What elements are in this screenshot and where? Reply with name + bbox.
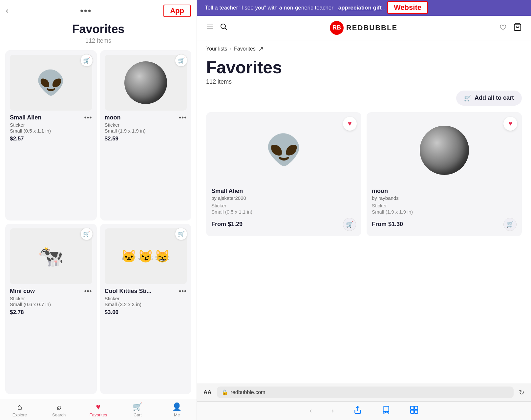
profile-icon: 👤 xyxy=(172,402,182,411)
website-panel: Website Tell a teacher "I see you" with … xyxy=(197,0,531,420)
favorites-title: Favorites xyxy=(197,54,531,78)
web-products-grid: ♥ 👽 Small Alien by ajskater2020 Sticker … xyxy=(197,112,531,236)
item-menu-button[interactable]: ••• xyxy=(84,287,92,295)
add-all-label: Add all to cart xyxy=(475,94,514,101)
app-product-grid: 🛒 👽 Small Alien ••• Sticker Small (0.5 x… xyxy=(0,46,197,399)
product-title-row: Small Alien ••• xyxy=(10,114,92,121)
nav-favorites[interactable]: ♥ Favorites xyxy=(79,402,118,417)
favorite-button[interactable]: ♥ xyxy=(503,117,517,131)
product-title-row: moon ••• xyxy=(105,114,187,121)
breadcrumb-parent[interactable]: Your lists xyxy=(206,46,227,52)
cats-sticker-image: 🐱 😼 😸 xyxy=(121,249,170,263)
add-to-cart-button[interactable]: 🛒 xyxy=(80,54,93,67)
product-title-row: Mini cow ••• xyxy=(10,287,92,295)
redbubble-logo: RB REDBUBBLE xyxy=(234,21,494,35)
cow-sticker-image: 🐄 xyxy=(38,244,64,269)
item-menu-button[interactable]: ••• xyxy=(84,114,92,121)
cart-icon[interactable] xyxy=(513,23,522,33)
add-to-cart-button[interactable]: 🛒 xyxy=(175,228,187,240)
product-price: From $1.29 xyxy=(211,221,243,228)
browser-forward-button[interactable]: › xyxy=(331,407,334,415)
product-image: 👽 xyxy=(211,117,356,183)
app-bottom-nav: ⌂ Explore ⌕ Search ♥ Favorites 🛒 Cart 👤 … xyxy=(0,399,197,420)
url-bar[interactable]: 🔒 redbubble.com xyxy=(217,387,514,398)
product-name: Small Alien xyxy=(10,114,41,121)
add-to-cart-button[interactable]: 🛒 xyxy=(343,218,356,231)
nav-search[interactable]: ⌕ Search xyxy=(39,402,79,417)
product-size: Small (3.2 x 3 in) xyxy=(105,302,187,307)
website-label-box: Website xyxy=(387,1,428,14)
item-menu-button[interactable]: ••• xyxy=(179,287,187,295)
nav-me[interactable]: 👤 Me xyxy=(157,402,197,417)
product-image: 🐄 xyxy=(10,228,92,284)
app-label-box: App xyxy=(163,5,191,17)
header-right-actions: ♡ xyxy=(499,23,522,33)
app-item-count: 112 Items xyxy=(0,37,197,44)
product-name: Small Alien xyxy=(211,188,356,195)
rb-logo-text: REDBUBBLE xyxy=(346,24,397,32)
product-name: moon xyxy=(372,188,517,195)
product-image xyxy=(372,117,517,183)
product-author: by raybands xyxy=(372,195,517,201)
product-size: Small (1.9 x 1.9 in) xyxy=(372,209,517,215)
cart-icon: 🛒 xyxy=(133,402,142,411)
add-all-to-cart-container: 🛒 Add all to cart xyxy=(456,91,522,106)
url-text: redbubble.com xyxy=(231,389,266,395)
product-price: $2.57 xyxy=(10,136,92,142)
app-product-item: 🛒 👽 Small Alien ••• Sticker Small (0.5 x… xyxy=(5,50,97,220)
back-button[interactable]: ‹ xyxy=(6,7,8,15)
app-top-bar: ‹ ••• App xyxy=(0,0,197,20)
product-size: Small (0.5 x 1.1 in) xyxy=(10,128,92,134)
browser-bottom-nav: ‹ › xyxy=(197,401,531,420)
favorites-count: 112 items xyxy=(197,78,531,91)
web-product-item: ♥ 👽 Small Alien by ajskater2020 Sticker … xyxy=(206,112,361,236)
search-icon[interactable] xyxy=(220,23,228,33)
font-size-control[interactable]: AA xyxy=(203,389,212,396)
product-image: 🐱 😼 😸 xyxy=(105,228,187,284)
product-price: $2.59 xyxy=(105,136,187,142)
item-menu-button[interactable]: ••• xyxy=(179,114,187,121)
product-type: Sticker xyxy=(105,122,187,128)
moon-image xyxy=(420,126,469,175)
product-price-row: From $1.29 🛒 xyxy=(211,218,356,231)
hamburger-menu-icon[interactable] xyxy=(206,23,214,33)
tabs-button[interactable] xyxy=(410,406,418,416)
bookmarks-button[interactable] xyxy=(382,406,390,416)
svg-point-3 xyxy=(221,24,225,29)
product-type: Sticker xyxy=(10,122,92,128)
explore-icon: ⌂ xyxy=(17,402,22,411)
product-size: Small (0.5 x 1.1 in) xyxy=(211,209,356,215)
product-title-row: Cool Kitties Sti... ••• xyxy=(105,287,187,295)
product-type: Sticker xyxy=(10,296,92,301)
svg-rect-10 xyxy=(414,410,418,413)
breadcrumb-current: Favorites xyxy=(234,46,256,52)
promo-link[interactable]: appreciation gift xyxy=(338,4,382,12)
me-label: Me xyxy=(174,412,180,417)
moon-image xyxy=(124,61,167,104)
rb-logo-icon: RB xyxy=(330,21,344,35)
product-name: moon xyxy=(105,114,121,121)
add-to-cart-button[interactable]: 🛒 xyxy=(175,54,187,67)
search-icon: ⌕ xyxy=(57,402,61,411)
product-type: Sticker xyxy=(372,203,517,208)
product-size: Small (0.6 x 0.7 in) xyxy=(10,302,92,307)
browser-back-button[interactable]: ‹ xyxy=(309,407,312,415)
breadcrumb-separator: › xyxy=(230,46,231,52)
add-to-cart-button[interactable]: 🛒 xyxy=(503,218,517,231)
product-type: Sticker xyxy=(211,203,356,208)
product-image xyxy=(105,55,187,111)
product-price-row: From $1.30 🛒 xyxy=(372,218,517,231)
add-all-to-cart-button[interactable]: 🛒 Add all to cart xyxy=(456,91,522,106)
wishlist-icon[interactable]: ♡ xyxy=(499,23,507,32)
share-icon[interactable]: ↗ xyxy=(258,45,264,53)
svg-line-4 xyxy=(225,28,227,30)
more-options-button[interactable]: ••• xyxy=(80,6,92,16)
share-button[interactable] xyxy=(353,406,362,416)
nav-cart[interactable]: 🛒 Cart xyxy=(118,402,157,417)
add-to-cart-button[interactable]: 🛒 xyxy=(80,228,93,240)
favorite-button[interactable]: ♥ xyxy=(343,117,357,131)
reload-button[interactable]: ↻ xyxy=(519,388,524,396)
web-product-item: ♥ moon by raybands Sticker Small (1.9 x … xyxy=(367,112,522,236)
nav-explore[interactable]: ⌂ Explore xyxy=(0,402,39,417)
product-price: $2.78 xyxy=(10,309,92,316)
